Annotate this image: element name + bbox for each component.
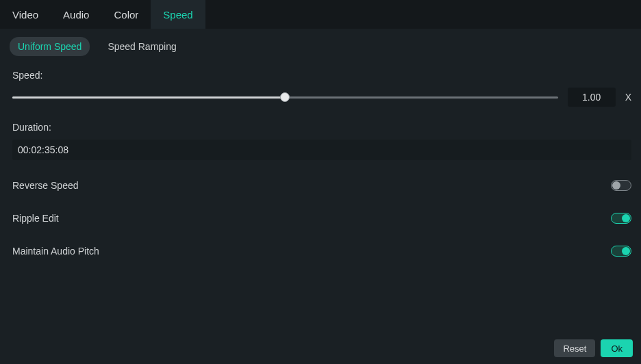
speed-unit: X [625,92,631,103]
toggle-knob [622,214,630,222]
speed-row: X [12,88,631,107]
speed-label: Speed: [12,70,631,81]
reverse-speed-toggle[interactable] [611,180,631,191]
tab-color[interactable]: Color [101,0,151,29]
duration-label: Duration: [12,122,631,133]
reset-button[interactable]: Reset [554,339,595,357]
ripple-edit-label: Ripple Edit [12,213,59,224]
maintain-pitch-toggle[interactable] [611,246,631,257]
ripple-edit-toggle[interactable] [611,213,631,224]
top-tabs: Video Audio Color Speed [0,0,641,29]
ripple-edit-row: Ripple Edit [12,208,631,229]
toggle-knob [612,181,620,190]
slider-fill [12,96,285,99]
subtab-speed-ramping[interactable]: Speed Ramping [99,37,184,56]
maintain-pitch-label: Maintain Audio Pitch [12,246,99,257]
speed-slider[interactable] [12,92,558,102]
reverse-speed-label: Reverse Speed [12,180,79,191]
tab-speed[interactable]: Speed [151,0,205,29]
speed-panel: Speed: X Duration: Reverse Speed Ripple … [0,56,641,261]
reverse-speed-row: Reverse Speed [12,175,631,196]
duration-input[interactable] [12,140,631,160]
ok-button[interactable]: Ok [601,339,633,357]
toggle-knob [622,247,630,255]
maintain-pitch-row: Maintain Audio Pitch [12,241,631,261]
footer-buttons: Reset Ok [554,339,633,357]
subtab-uniform-speed[interactable]: Uniform Speed [10,37,90,56]
speed-value-input[interactable] [568,88,616,107]
tab-video[interactable]: Video [0,0,51,29]
slider-thumb[interactable] [280,92,290,102]
tab-audio[interactable]: Audio [51,0,101,29]
sub-tabs: Uniform Speed Speed Ramping [0,29,641,56]
